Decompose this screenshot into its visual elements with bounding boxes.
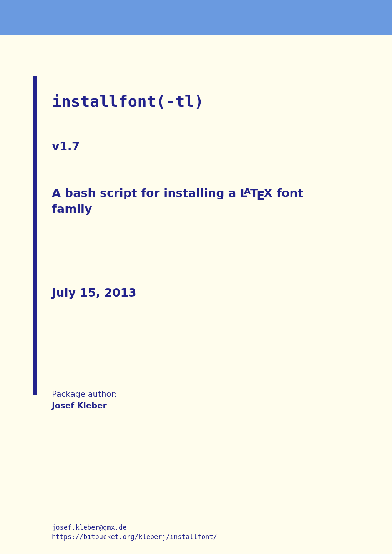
footer-url: https://bitbucket.org/kleberj/installfon… [52, 532, 217, 542]
top-banner [0, 0, 392, 35]
subtitle-pre: A bash script for installing a [52, 186, 240, 200]
author-block: Package author: Josef Kleber [52, 390, 359, 410]
author-label: Package author: [52, 390, 359, 399]
latex-x: X [264, 186, 272, 200]
title-block: installfont(-tl) v1.7 A bash script for … [52, 76, 359, 410]
footer: josef.kleber@gmx.de https://bitbucket.or… [52, 523, 217, 542]
latex-a: A [244, 186, 251, 197]
vertical-rule [33, 76, 37, 395]
document-title: installfont(-tl) [52, 76, 359, 111]
latex-e: E [257, 189, 265, 202]
footer-email: josef.kleber@gmx.de [52, 523, 217, 532]
document-date: July 15, 2013 [52, 286, 359, 299]
version-label: v1.7 [52, 139, 359, 153]
author-name: Josef Kleber [52, 401, 359, 410]
document-subtitle: A bash script for installing a LATEX fon… [52, 186, 336, 217]
content-wrapper: installfont(-tl) v1.7 A bash script for … [33, 76, 359, 554]
